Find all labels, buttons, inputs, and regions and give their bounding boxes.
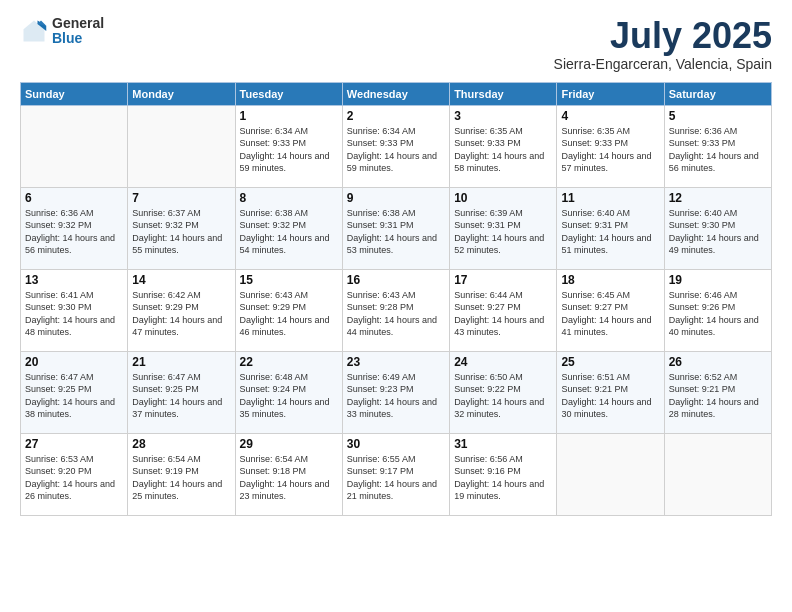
day-info: Sunrise: 6:40 AM Sunset: 9:31 PM Dayligh… bbox=[561, 207, 659, 257]
calendar-cell bbox=[557, 433, 664, 515]
day-info: Sunrise: 6:36 AM Sunset: 9:33 PM Dayligh… bbox=[669, 125, 767, 175]
day-number: 10 bbox=[454, 191, 552, 205]
day-info: Sunrise: 6:52 AM Sunset: 9:21 PM Dayligh… bbox=[669, 371, 767, 421]
day-info: Sunrise: 6:55 AM Sunset: 9:17 PM Dayligh… bbox=[347, 453, 445, 503]
day-number: 21 bbox=[132, 355, 230, 369]
calendar-header-monday: Monday bbox=[128, 82, 235, 105]
calendar-cell: 18Sunrise: 6:45 AM Sunset: 9:27 PM Dayli… bbox=[557, 269, 664, 351]
day-number: 4 bbox=[561, 109, 659, 123]
calendar-cell: 16Sunrise: 6:43 AM Sunset: 9:28 PM Dayli… bbox=[342, 269, 449, 351]
logo-text: General Blue bbox=[52, 16, 104, 47]
day-number: 23 bbox=[347, 355, 445, 369]
calendar-cell: 26Sunrise: 6:52 AM Sunset: 9:21 PM Dayli… bbox=[664, 351, 771, 433]
calendar-cell: 19Sunrise: 6:46 AM Sunset: 9:26 PM Dayli… bbox=[664, 269, 771, 351]
day-number: 18 bbox=[561, 273, 659, 287]
logo-blue: Blue bbox=[52, 31, 104, 46]
calendar-cell: 1Sunrise: 6:34 AM Sunset: 9:33 PM Daylig… bbox=[235, 105, 342, 187]
day-info: Sunrise: 6:43 AM Sunset: 9:29 PM Dayligh… bbox=[240, 289, 338, 339]
calendar-table: SundayMondayTuesdayWednesdayThursdayFrid… bbox=[20, 82, 772, 516]
day-info: Sunrise: 6:34 AM Sunset: 9:33 PM Dayligh… bbox=[240, 125, 338, 175]
day-info: Sunrise: 6:53 AM Sunset: 9:20 PM Dayligh… bbox=[25, 453, 123, 503]
day-info: Sunrise: 6:40 AM Sunset: 9:30 PM Dayligh… bbox=[669, 207, 767, 257]
day-info: Sunrise: 6:49 AM Sunset: 9:23 PM Dayligh… bbox=[347, 371, 445, 421]
calendar-cell bbox=[664, 433, 771, 515]
calendar-cell: 11Sunrise: 6:40 AM Sunset: 9:31 PM Dayli… bbox=[557, 187, 664, 269]
calendar-cell: 28Sunrise: 6:54 AM Sunset: 9:19 PM Dayli… bbox=[128, 433, 235, 515]
day-info: Sunrise: 6:43 AM Sunset: 9:28 PM Dayligh… bbox=[347, 289, 445, 339]
calendar-cell: 13Sunrise: 6:41 AM Sunset: 9:30 PM Dayli… bbox=[21, 269, 128, 351]
calendar-cell: 27Sunrise: 6:53 AM Sunset: 9:20 PM Dayli… bbox=[21, 433, 128, 515]
day-number: 3 bbox=[454, 109, 552, 123]
day-info: Sunrise: 6:35 AM Sunset: 9:33 PM Dayligh… bbox=[561, 125, 659, 175]
calendar-week-3: 20Sunrise: 6:47 AM Sunset: 9:25 PM Dayli… bbox=[21, 351, 772, 433]
calendar-cell bbox=[128, 105, 235, 187]
day-number: 31 bbox=[454, 437, 552, 451]
calendar-cell: 10Sunrise: 6:39 AM Sunset: 9:31 PM Dayli… bbox=[450, 187, 557, 269]
calendar-cell: 23Sunrise: 6:49 AM Sunset: 9:23 PM Dayli… bbox=[342, 351, 449, 433]
calendar-cell: 7Sunrise: 6:37 AM Sunset: 9:32 PM Daylig… bbox=[128, 187, 235, 269]
day-info: Sunrise: 6:54 AM Sunset: 9:18 PM Dayligh… bbox=[240, 453, 338, 503]
day-number: 6 bbox=[25, 191, 123, 205]
title-block: July 2025 Sierra-Engarceran, Valencia, S… bbox=[554, 16, 772, 72]
day-number: 8 bbox=[240, 191, 338, 205]
day-number: 12 bbox=[669, 191, 767, 205]
calendar-cell: 20Sunrise: 6:47 AM Sunset: 9:25 PM Dayli… bbox=[21, 351, 128, 433]
day-number: 1 bbox=[240, 109, 338, 123]
calendar-cell: 3Sunrise: 6:35 AM Sunset: 9:33 PM Daylig… bbox=[450, 105, 557, 187]
calendar-cell: 21Sunrise: 6:47 AM Sunset: 9:25 PM Dayli… bbox=[128, 351, 235, 433]
calendar-cell: 9Sunrise: 6:38 AM Sunset: 9:31 PM Daylig… bbox=[342, 187, 449, 269]
day-info: Sunrise: 6:35 AM Sunset: 9:33 PM Dayligh… bbox=[454, 125, 552, 175]
title-month: July 2025 bbox=[554, 16, 772, 56]
day-number: 19 bbox=[669, 273, 767, 287]
day-number: 9 bbox=[347, 191, 445, 205]
calendar-week-4: 27Sunrise: 6:53 AM Sunset: 9:20 PM Dayli… bbox=[21, 433, 772, 515]
day-info: Sunrise: 6:38 AM Sunset: 9:31 PM Dayligh… bbox=[347, 207, 445, 257]
day-info: Sunrise: 6:51 AM Sunset: 9:21 PM Dayligh… bbox=[561, 371, 659, 421]
day-info: Sunrise: 6:50 AM Sunset: 9:22 PM Dayligh… bbox=[454, 371, 552, 421]
calendar-header-friday: Friday bbox=[557, 82, 664, 105]
day-number: 27 bbox=[25, 437, 123, 451]
calendar-cell: 12Sunrise: 6:40 AM Sunset: 9:30 PM Dayli… bbox=[664, 187, 771, 269]
calendar-cell: 8Sunrise: 6:38 AM Sunset: 9:32 PM Daylig… bbox=[235, 187, 342, 269]
day-info: Sunrise: 6:36 AM Sunset: 9:32 PM Dayligh… bbox=[25, 207, 123, 257]
calendar-header-wednesday: Wednesday bbox=[342, 82, 449, 105]
day-number: 15 bbox=[240, 273, 338, 287]
day-number: 24 bbox=[454, 355, 552, 369]
calendar-cell: 15Sunrise: 6:43 AM Sunset: 9:29 PM Dayli… bbox=[235, 269, 342, 351]
day-info: Sunrise: 6:54 AM Sunset: 9:19 PM Dayligh… bbox=[132, 453, 230, 503]
calendar-cell: 17Sunrise: 6:44 AM Sunset: 9:27 PM Dayli… bbox=[450, 269, 557, 351]
day-info: Sunrise: 6:39 AM Sunset: 9:31 PM Dayligh… bbox=[454, 207, 552, 257]
calendar-header-thursday: Thursday bbox=[450, 82, 557, 105]
day-info: Sunrise: 6:42 AM Sunset: 9:29 PM Dayligh… bbox=[132, 289, 230, 339]
day-number: 16 bbox=[347, 273, 445, 287]
calendar-cell: 22Sunrise: 6:48 AM Sunset: 9:24 PM Dayli… bbox=[235, 351, 342, 433]
day-number: 14 bbox=[132, 273, 230, 287]
logo: General Blue bbox=[20, 16, 104, 47]
day-number: 28 bbox=[132, 437, 230, 451]
page: General Blue July 2025 Sierra-Engarceran… bbox=[0, 0, 792, 612]
calendar-cell bbox=[21, 105, 128, 187]
calendar-week-1: 6Sunrise: 6:36 AM Sunset: 9:32 PM Daylig… bbox=[21, 187, 772, 269]
day-number: 22 bbox=[240, 355, 338, 369]
calendar-cell: 30Sunrise: 6:55 AM Sunset: 9:17 PM Dayli… bbox=[342, 433, 449, 515]
day-info: Sunrise: 6:46 AM Sunset: 9:26 PM Dayligh… bbox=[669, 289, 767, 339]
day-info: Sunrise: 6:45 AM Sunset: 9:27 PM Dayligh… bbox=[561, 289, 659, 339]
calendar-header-row: SundayMondayTuesdayWednesdayThursdayFrid… bbox=[21, 82, 772, 105]
calendar-cell: 5Sunrise: 6:36 AM Sunset: 9:33 PM Daylig… bbox=[664, 105, 771, 187]
day-info: Sunrise: 6:37 AM Sunset: 9:32 PM Dayligh… bbox=[132, 207, 230, 257]
day-info: Sunrise: 6:47 AM Sunset: 9:25 PM Dayligh… bbox=[25, 371, 123, 421]
header: General Blue July 2025 Sierra-Engarceran… bbox=[20, 16, 772, 72]
day-info: Sunrise: 6:38 AM Sunset: 9:32 PM Dayligh… bbox=[240, 207, 338, 257]
day-number: 20 bbox=[25, 355, 123, 369]
day-number: 25 bbox=[561, 355, 659, 369]
logo-general: General bbox=[52, 16, 104, 31]
calendar-cell: 6Sunrise: 6:36 AM Sunset: 9:32 PM Daylig… bbox=[21, 187, 128, 269]
calendar-header-tuesday: Tuesday bbox=[235, 82, 342, 105]
calendar-cell: 2Sunrise: 6:34 AM Sunset: 9:33 PM Daylig… bbox=[342, 105, 449, 187]
calendar-cell: 4Sunrise: 6:35 AM Sunset: 9:33 PM Daylig… bbox=[557, 105, 664, 187]
logo-icon bbox=[20, 17, 48, 45]
day-number: 11 bbox=[561, 191, 659, 205]
calendar-header-saturday: Saturday bbox=[664, 82, 771, 105]
day-number: 5 bbox=[669, 109, 767, 123]
calendar-header-sunday: Sunday bbox=[21, 82, 128, 105]
